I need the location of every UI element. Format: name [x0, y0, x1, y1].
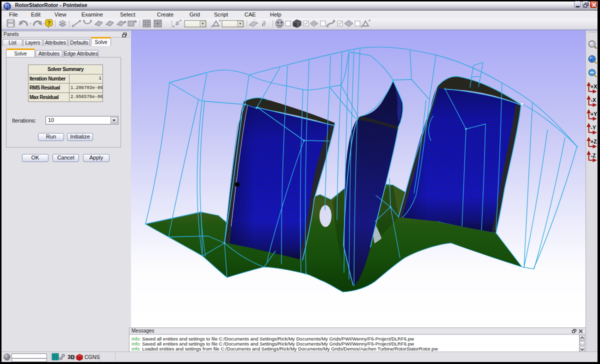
svg-text:+Y: +Y [590, 111, 597, 117]
svg-text:?: ? [48, 20, 51, 26]
svg-text:+X: +X [590, 84, 597, 90]
svg-text:-Y: -Y [591, 124, 596, 130]
svg-text:-Z: -Z [591, 152, 596, 158]
svg-text:CGNS: CGNS [84, 354, 100, 360]
svg-text:3D: 3D [68, 354, 74, 360]
svg-text:#: # [176, 20, 180, 27]
svg-text:∂: ∂ [262, 20, 266, 28]
svg-text:-X: -X [591, 97, 596, 103]
svg-text:+Z: +Z [590, 138, 597, 144]
